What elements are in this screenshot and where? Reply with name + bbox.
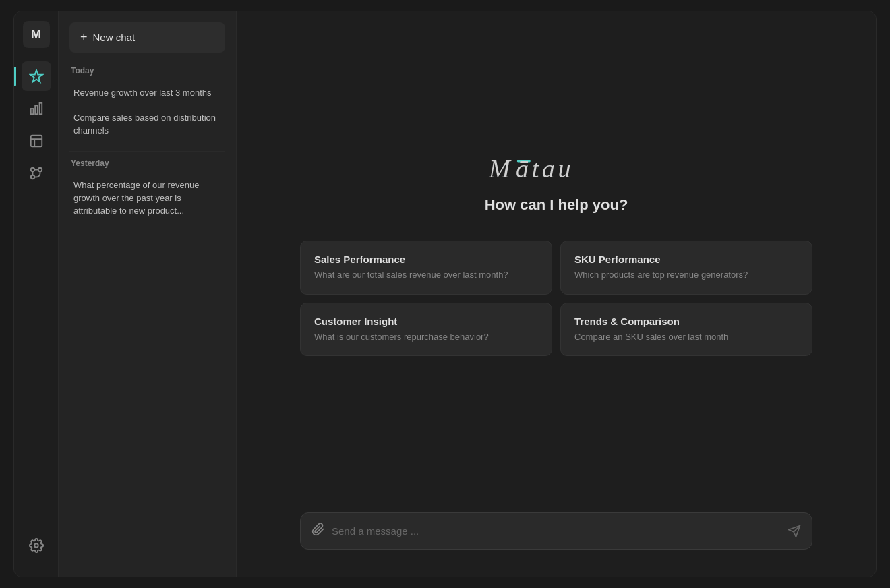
card-description: What is our customers repurchase behavio… bbox=[314, 331, 538, 343]
new-chat-button[interactable]: + New chat bbox=[69, 22, 225, 53]
input-area bbox=[237, 512, 876, 577]
svg-point-6 bbox=[30, 168, 34, 172]
send-button[interactable] bbox=[788, 525, 801, 538]
chat-item-text: Compare sales based on distribution chan… bbox=[73, 113, 216, 136]
message-input-box bbox=[300, 512, 812, 550]
git-icon bbox=[29, 166, 44, 181]
card-description: Which products are top revenue generator… bbox=[574, 269, 798, 281]
attach-icon[interactable] bbox=[312, 523, 325, 539]
svg-rect-1 bbox=[35, 105, 38, 114]
sidebar: + New chat Today Revenue growth over las… bbox=[59, 11, 237, 577]
chat-item-compare[interactable]: Compare sales based on distribution chan… bbox=[69, 106, 225, 142]
suggestion-grid: Sales Performance What are our total sal… bbox=[300, 241, 812, 355]
svg-rect-3 bbox=[30, 136, 42, 147]
nav-item-git[interactable] bbox=[22, 158, 51, 188]
section-label-yesterday: Yesterday bbox=[69, 158, 225, 168]
message-input[interactable] bbox=[332, 525, 781, 537]
chat-area: M ātau How can I help you? Sales Perform… bbox=[237, 11, 876, 512]
svg-rect-0 bbox=[30, 109, 33, 114]
svg-rect-2 bbox=[39, 103, 42, 115]
suggestion-card-customer[interactable]: Customer Insight What is our customers r… bbox=[300, 303, 552, 356]
plus-icon: + bbox=[80, 30, 88, 45]
card-description: What are our total sales revenue over la… bbox=[314, 269, 538, 281]
suggestion-card-sales[interactable]: Sales Performance What are our total sal… bbox=[300, 241, 552, 294]
send-icon bbox=[788, 525, 801, 538]
main-content: M ātau How can I help you? Sales Perform… bbox=[237, 11, 876, 577]
svg-point-9 bbox=[34, 543, 38, 548]
settings-button[interactable] bbox=[22, 531, 51, 560]
svg-point-7 bbox=[38, 168, 42, 172]
card-title: Customer Insight bbox=[314, 316, 538, 327]
card-title: Trends & Comparison bbox=[574, 316, 798, 327]
sidebar-divider bbox=[69, 151, 225, 152]
help-text: How can I help you? bbox=[485, 196, 628, 214]
svg-text:M: M bbox=[489, 154, 513, 183]
new-chat-label: New chat bbox=[93, 32, 136, 43]
card-title: SKU Performance bbox=[574, 254, 798, 265]
svg-point-8 bbox=[30, 175, 34, 179]
logo: M ātau bbox=[485, 152, 628, 188]
sparkle-icon bbox=[29, 69, 44, 84]
suggestion-card-sku[interactable]: SKU Performance Which products are top r… bbox=[560, 241, 812, 294]
svg-text:ātau: ātau bbox=[516, 154, 574, 183]
book-icon bbox=[29, 134, 44, 148]
logo-area: M ātau How can I help you? bbox=[485, 152, 628, 214]
chart-icon bbox=[29, 101, 44, 116]
chat-item-revenue[interactable]: Revenue growth over last 3 months bbox=[69, 81, 225, 105]
app-window: M bbox=[13, 11, 877, 577]
icon-rail: M bbox=[14, 11, 59, 577]
nav-item-chat[interactable] bbox=[22, 61, 51, 91]
chat-item-text: Revenue growth over last 3 months bbox=[73, 88, 212, 98]
section-label-today: Today bbox=[69, 66, 225, 76]
chat-item-percentage[interactable]: What percentage of our revenue growth ov… bbox=[69, 173, 225, 223]
card-description: Compare an SKU sales over last month bbox=[574, 331, 798, 343]
nav-items bbox=[22, 61, 51, 531]
nav-item-charts[interactable] bbox=[22, 94, 51, 123]
settings-icon bbox=[29, 538, 44, 553]
nav-item-book[interactable] bbox=[22, 126, 51, 156]
card-title: Sales Performance bbox=[314, 254, 538, 265]
avatar[interactable]: M bbox=[23, 21, 50, 48]
suggestion-card-trends[interactable]: Trends & Comparison Compare an SKU sales… bbox=[560, 303, 812, 356]
chat-item-text: What percentage of our revenue growth ov… bbox=[73, 180, 199, 216]
